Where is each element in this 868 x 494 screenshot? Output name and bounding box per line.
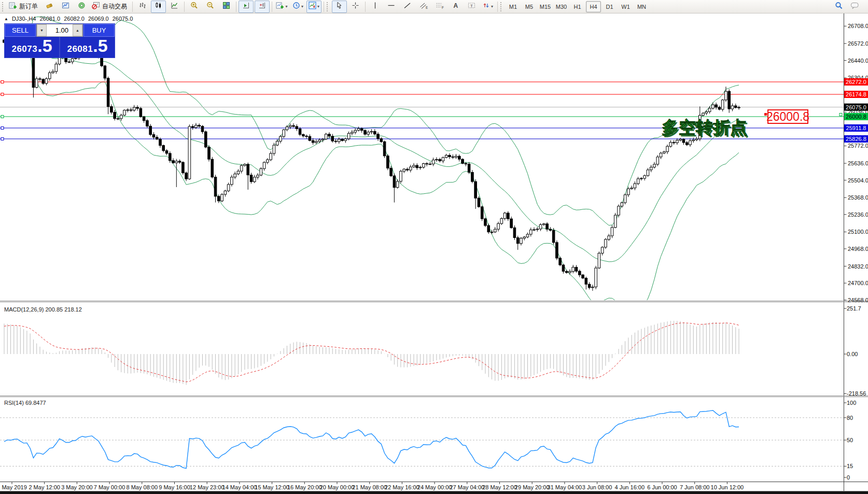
equidistant-channel-button[interactable]: E	[416, 1, 431, 13]
svg-text:3 May 20:00: 3 May 20:00	[61, 484, 93, 490]
dropdown-arrow-icon: ▾	[317, 4, 319, 9]
symbol-period-label: DJ30-,H4	[12, 16, 36, 22]
svg-text:15 May 12:00: 15 May 12:00	[255, 484, 289, 490]
vline-icon	[371, 2, 379, 11]
text-label-button[interactable]: T	[464, 1, 479, 13]
timeframe-m15-button[interactable]: M15	[538, 1, 553, 12]
svg-text:0.00: 0.00	[847, 351, 858, 357]
svg-text:100: 100	[847, 400, 856, 406]
rsi-label: RSI(14) 69.8477	[4, 400, 46, 406]
eraser-button[interactable]	[42, 1, 57, 13]
search-button[interactable]	[831, 1, 846, 13]
profiles-button[interactable]	[58, 1, 73, 13]
tile-icon	[222, 2, 230, 11]
collapse-panel-arrow-icon[interactable]: ▲	[4, 17, 8, 21]
timeframe-m5-button[interactable]: M5	[522, 1, 537, 12]
turning-point-annotation[interactable]: 多空转折点多空转折点	[662, 118, 749, 138]
tile-windows-button[interactable]	[219, 1, 234, 13]
svg-text:26272.0: 26272.0	[846, 79, 866, 85]
toolbar-grip[interactable]	[327, 2, 329, 11]
periods-button[interactable]: ▾	[290, 1, 305, 13]
svg-text:14 May 04:00: 14 May 04:00	[222, 484, 257, 490]
svg-text:RSI(14) 69.8477: RSI(14) 69.8477	[4, 400, 46, 406]
trendline-button[interactable]	[400, 1, 415, 13]
fibonacci-button[interactable]: F	[432, 1, 447, 13]
auto-scroll-button[interactable]	[239, 1, 254, 13]
vertical-line-button[interactable]	[368, 1, 383, 13]
svg-text:28 May 12:00: 28 May 12:00	[482, 484, 517, 490]
buy-price[interactable]: 26081.5	[60, 37, 115, 58]
svg-text:24832.0: 24832.0	[848, 263, 868, 270]
buy-button[interactable]: BUY	[83, 24, 115, 37]
trendline-icon	[403, 2, 411, 11]
horizontal-line-button[interactable]	[384, 1, 399, 13]
svg-text:24568.0: 24568.0	[848, 297, 868, 303]
autotrade-button[interactable]: 自动交易	[90, 1, 130, 13]
timeframe-h1-button[interactable]: H1	[570, 1, 585, 12]
svg-text:0: 0	[847, 474, 850, 481]
hline-icon	[387, 2, 395, 11]
bar-chart-button[interactable]	[135, 1, 150, 13]
timeframe-h4-button[interactable]: H4	[586, 1, 601, 12]
timeframe-mn-button[interactable]: MN	[634, 1, 649, 12]
arrows-button[interactable]: ▾	[480, 1, 495, 13]
svg-text:22 May 16:00: 22 May 16:00	[385, 484, 419, 490]
svg-text:-218.56: -218.56	[847, 390, 866, 397]
new-order-button[interactable]: 新订单	[7, 1, 41, 13]
svg-text:31 May 04:00: 31 May 04:00	[548, 484, 582, 490]
volume-value[interactable]: 1.00	[47, 24, 73, 36]
eraser-icon	[46, 2, 53, 11]
linechart-icon	[171, 2, 178, 11]
svg-text:A: A	[454, 2, 458, 9]
line-chart-button[interactable]	[167, 1, 182, 13]
svg-text:多空转折点: 多空转折点	[662, 118, 747, 137]
indicators-button[interactable]: ▾	[306, 1, 321, 13]
cursor-button[interactable]	[332, 1, 347, 13]
toolbar-separator	[184, 2, 185, 12]
timeframe-m1-button[interactable]: M1	[506, 1, 521, 12]
svg-text:7 May 00:00: 7 May 00:00	[94, 484, 125, 490]
zoom-out-button[interactable]	[203, 1, 218, 13]
period-icon	[292, 2, 300, 11]
crosshair-button[interactable]	[348, 1, 363, 13]
sell-price[interactable]: 26073.5	[5, 37, 59, 58]
latency-button[interactable]	[74, 1, 89, 13]
zoom-in-button[interactable]	[187, 1, 202, 13]
sell-button[interactable]: SELL	[5, 24, 36, 37]
chart-canvas[interactable]: 26708.026572.026440.026304.026036.025772…	[0, 0, 868, 494]
autotrade-icon	[92, 2, 100, 11]
text-button[interactable]: A	[448, 1, 463, 13]
svg-text:1 May 2019: 1 May 2019	[0, 484, 27, 490]
svg-text:25911.8: 25911.8	[846, 125, 866, 131]
chat-button[interactable]	[847, 1, 862, 13]
volume-stepper: ▼ 1.00 ▲	[36, 24, 83, 37]
svg-text:E: E	[426, 6, 428, 9]
volume-increase-button[interactable]: ▲	[73, 24, 82, 36]
candlestick-chart-button[interactable]	[151, 1, 166, 13]
fibo-icon: F	[436, 2, 444, 11]
toolbar-grip[interactable]	[2, 2, 5, 11]
toolbar-separator	[497, 2, 498, 12]
chart-shift-button[interactable]	[255, 1, 270, 13]
toolbar-grip[interactable]	[500, 2, 503, 11]
new-chart-button[interactable]: ▾	[274, 1, 289, 13]
svg-text:25504.0: 25504.0	[848, 177, 868, 184]
timeframe-w1-button[interactable]: W1	[618, 1, 633, 12]
chart-ohlc-header: ▲ DJ30-,H4 26081.0 26082.0 26069.0 26075…	[4, 16, 133, 22]
timeframe-m30-button[interactable]: M30	[554, 1, 569, 12]
volume-decrease-button[interactable]: ▼	[37, 24, 47, 36]
profiles-icon	[62, 2, 69, 11]
cursor-icon	[335, 2, 343, 11]
svg-text:20 May 00:00: 20 May 00:00	[320, 484, 355, 490]
arrows-icon	[482, 2, 490, 11]
timeframe-d1-button[interactable]: D1	[602, 1, 617, 12]
svg-text:4 Jun 16:00: 4 Jun 16:00	[615, 484, 645, 490]
svg-text:7 Jun 08:00: 7 Jun 08:00	[680, 484, 710, 490]
svg-text:MACD(12,26,9) 200.85 218.12: MACD(12,26,9) 200.85 218.12	[4, 306, 82, 313]
svg-text:16 May 20:00: 16 May 20:00	[287, 484, 322, 490]
svg-text:26174.8: 26174.8	[846, 91, 866, 97]
svg-text:26572.0: 26572.0	[848, 40, 868, 47]
dropdown-arrow-icon: ▾	[285, 4, 287, 9]
toolbar-separator	[365, 2, 366, 12]
svg-text:25368.0: 25368.0	[848, 194, 868, 201]
